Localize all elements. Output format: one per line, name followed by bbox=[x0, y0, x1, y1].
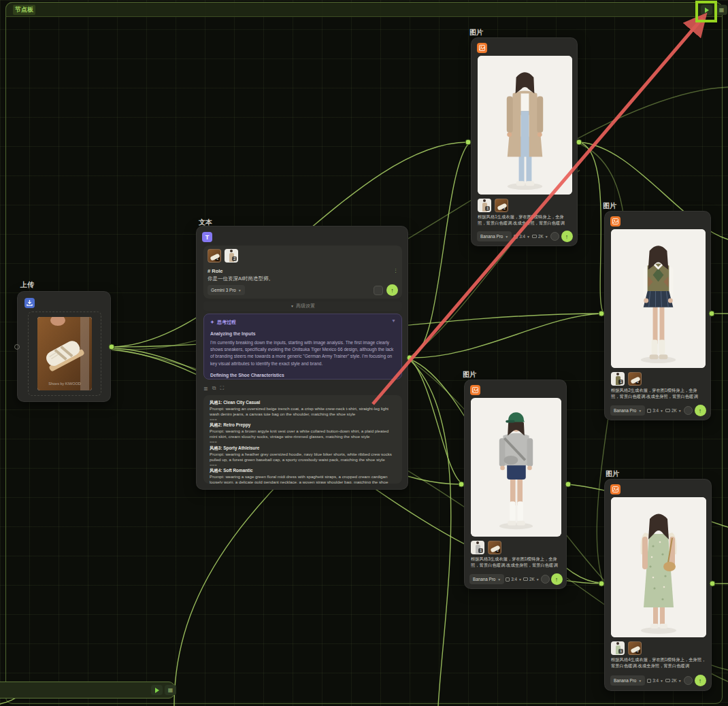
chevron-down-icon: ▼ bbox=[638, 679, 642, 683]
resolution-icon bbox=[665, 409, 670, 412]
image-icon bbox=[477, 43, 487, 53]
prompt-box[interactable]: 1 2 # Role 你是一位资深AI时尚造型师。 ⋮ Gemini 3 Pro… bbox=[203, 246, 402, 299]
count-indicator[interactable] bbox=[684, 676, 693, 685]
ref-thumb-model[interactable]: 1 bbox=[611, 641, 625, 655]
generated-photo-1[interactable] bbox=[478, 56, 572, 195]
ratio-select[interactable]: 3:4▼ bbox=[514, 234, 530, 239]
text-node[interactable]: T 1 2 # Role 你是一位资深AI时尚造型师。 ⋮ Gemini 3 P… bbox=[196, 226, 408, 490]
port-image4-output[interactable] bbox=[710, 581, 716, 587]
ratio-select[interactable]: 3:4▼ bbox=[506, 577, 522, 582]
node-canvas[interactable]: 节点板 ▦ ▦ bbox=[0, 0, 728, 706]
image-node-title: 图片 bbox=[463, 370, 476, 380]
port-text-output[interactable] bbox=[407, 355, 413, 361]
port-image1-output[interactable] bbox=[576, 139, 582, 146]
generated-photo-2[interactable] bbox=[611, 229, 706, 368]
run-board-button[interactable] bbox=[701, 5, 712, 15]
thinking-panel[interactable]: ✦ 思考过程 ▼ Analyzing the Inputs I'm curren… bbox=[203, 314, 402, 380]
ref-thumb-shoe[interactable]: 2 bbox=[628, 372, 642, 386]
ref-thumb-shoe[interactable]: 2 bbox=[628, 641, 642, 655]
generated-photo-3[interactable] bbox=[471, 398, 561, 537]
chevron-down-icon: ▼ bbox=[238, 288, 242, 292]
arrange-secondary-board-button[interactable]: ▦ bbox=[165, 685, 176, 695]
resolution-select[interactable]: 2K▼ bbox=[665, 408, 682, 413]
uploaded-shoe-photo: Shoes by KIWOOD bbox=[37, 317, 92, 390]
image-model-select[interactable]: Banana Pro▼ bbox=[610, 675, 645, 686]
image-model-select[interactable]: Banana Pro▼ bbox=[477, 231, 512, 241]
list-icon[interactable]: ≣ bbox=[203, 386, 208, 392]
port-image2-output[interactable] bbox=[709, 311, 715, 317]
ratio-icon bbox=[514, 235, 518, 239]
port-image1-input[interactable] bbox=[465, 139, 471, 146]
ratio-icon bbox=[647, 409, 651, 413]
upload-node[interactable]: Shoes by KIWOOD bbox=[17, 291, 111, 402]
port-upload-input[interactable] bbox=[14, 344, 20, 350]
chevron-down-icon: ▼ bbox=[497, 577, 501, 582]
attachment-thumb-shoe[interactable]: 1 bbox=[208, 249, 221, 263]
ref-thumb-shoe[interactable]: 2 bbox=[488, 541, 501, 554]
advanced-settings-toggle[interactable]: ▼ 高级设置 bbox=[203, 301, 402, 311]
board-title: 节点板 bbox=[13, 5, 35, 15]
image-icon bbox=[610, 484, 621, 494]
image-node-2[interactable]: 1 2 根据风格2生成衣服，穿在图1模特身上，全身照，背景白色暖调.改成全身照，… bbox=[604, 211, 711, 420]
prompt-heading: # Role bbox=[208, 268, 223, 274]
generate-button[interactable]: ↑ bbox=[551, 573, 563, 585]
generate-button[interactable]: ↑ bbox=[695, 675, 706, 686]
image-node-title: 图片 bbox=[606, 469, 619, 479]
send-button[interactable]: ↑ bbox=[386, 284, 398, 296]
chevron-down-icon: ▼ bbox=[505, 235, 508, 239]
ref-thumb-model[interactable]: 1 bbox=[611, 372, 625, 386]
chevron-down-icon: ▼ bbox=[291, 304, 294, 308]
ref-thumb-model[interactable]: 1 bbox=[471, 541, 484, 554]
image-node-1[interactable]: 1 2 根据风格1生成衣服，穿在图1模特身上，全身照，背景白色暖调.改成全身照，… bbox=[471, 37, 578, 246]
image-icon bbox=[470, 385, 480, 395]
generate-button[interactable]: ↑ bbox=[561, 231, 573, 242]
ref-thumb-model[interactable]: 1 bbox=[478, 199, 491, 212]
llm-model-select[interactable]: Gemini 3 Pro ▼ bbox=[208, 285, 245, 295]
port-image4-input[interactable] bbox=[599, 581, 605, 587]
ratio-select[interactable]: 3:4▼ bbox=[647, 408, 663, 413]
thinking-header: 思考过程 bbox=[217, 319, 236, 326]
text-node-icon: T bbox=[202, 232, 212, 242]
resolution-icon bbox=[523, 577, 528, 581]
arrange-board-button[interactable]: ▦ bbox=[716, 5, 727, 15]
prompt-body: 你是一位资深AI时尚造型师。 bbox=[208, 275, 274, 282]
image-node-3[interactable]: 1 2 根据风格3生成衣服，穿在图1模特身上，全身照，背景白色暖调.改成全身照，… bbox=[464, 380, 567, 589]
attach-image-button[interactable] bbox=[374, 286, 383, 295]
port-upload-output[interactable] bbox=[109, 344, 115, 350]
image-model-select[interactable]: Banana Pro▼ bbox=[469, 574, 504, 584]
count-indicator[interactable] bbox=[541, 575, 550, 584]
resolution-icon bbox=[532, 235, 537, 238]
image-model-select[interactable]: Banana Pro▼ bbox=[610, 405, 645, 416]
image-prompt-caption: 根据风格1生成衣服，穿在图1模特身上，全身照，背景白色暖调.改成全身照，背景白色… bbox=[478, 214, 572, 226]
board-header[interactable]: 节点板 ▦ bbox=[5, 2, 723, 17]
run-secondary-board-button[interactable] bbox=[151, 685, 163, 695]
port-image3-output[interactable] bbox=[565, 482, 572, 488]
resolution-select[interactable]: 2K▼ bbox=[665, 678, 682, 683]
port-image2-input[interactable] bbox=[599, 311, 605, 317]
svg-text:Shoes by KIWOOD: Shoes by KIWOOD bbox=[48, 382, 80, 386]
image-node-4[interactable]: 1 2 根据风格4生成衣服，穿在图1模特身上，全身照，背景白色暖调.改成全身照，… bbox=[604, 479, 712, 691]
resolution-select[interactable]: 2K▼ bbox=[532, 234, 548, 239]
image-prompt-caption: 根据风格2生成衣服，穿在图1模特身上，全身照，背景白色暖调.改成全身照，背景白色… bbox=[611, 387, 706, 399]
generated-photo-4[interactable] bbox=[611, 497, 706, 637]
count-indicator[interactable] bbox=[550, 232, 559, 241]
prompt-scroll-dots: ⋮ bbox=[393, 268, 398, 273]
count-indicator[interactable] bbox=[684, 406, 693, 415]
result-box[interactable]: 风格1: Clean City Casual Prompt: wearing a… bbox=[203, 395, 402, 484]
resolution-select[interactable]: 2K▼ bbox=[523, 577, 540, 582]
generate-button[interactable]: ↑ bbox=[695, 405, 706, 416]
sparkle-icon: ✦ bbox=[210, 320, 214, 325]
copy-icon[interactable]: ⧉ bbox=[212, 385, 216, 392]
port-image3-input[interactable] bbox=[459, 482, 465, 488]
image-prompt-caption: 根据风格4生成衣服，穿在图1模特身上，全身照，背景白色暖调.改成全身照，背景白色… bbox=[611, 656, 706, 669]
upload-dropzone[interactable]: Shoes by KIWOOD bbox=[28, 312, 101, 396]
collapse-thinking-icon[interactable]: ▼ bbox=[391, 318, 396, 323]
expand-icon[interactable]: ⛶ bbox=[220, 385, 224, 392]
resolution-icon bbox=[665, 679, 670, 682]
ref-thumb-shoe[interactable]: 2 bbox=[495, 199, 508, 212]
attachment-thumb-model[interactable]: 2 bbox=[225, 249, 238, 263]
ratio-select[interactable]: 3:4▼ bbox=[647, 678, 663, 683]
secondary-board-header[interactable]: ▦ bbox=[0, 682, 175, 699]
image-node-title: 图片 bbox=[603, 201, 616, 211]
image-node-title: 图片 bbox=[469, 28, 483, 37]
